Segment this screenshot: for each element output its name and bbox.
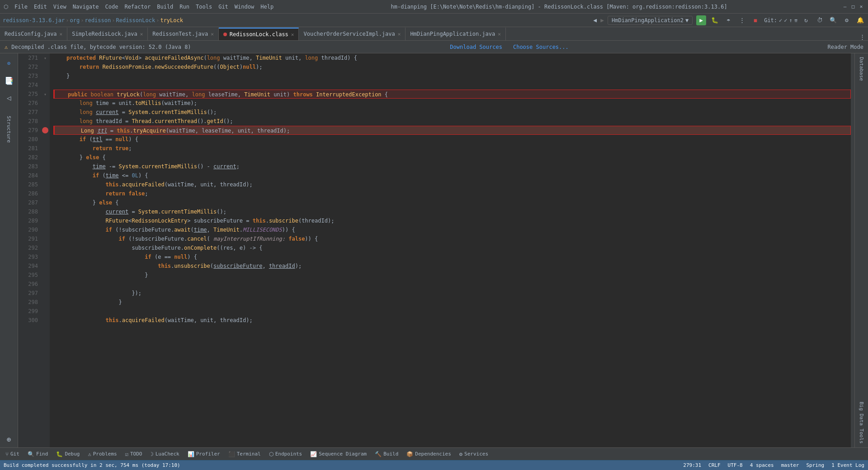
run-config-dropdown-icon[interactable]: ▼ xyxy=(685,17,689,24)
tab-close-icon[interactable]: ✕ xyxy=(60,31,63,37)
notifications-button[interactable]: 🔔 xyxy=(855,15,865,25)
tab-close-icon[interactable]: ✕ xyxy=(398,31,401,37)
gutter-cell[interactable] xyxy=(41,216,50,225)
event-log-button[interactable]: 1 Event Log xyxy=(831,462,864,468)
more-run-options[interactable]: ⋮ xyxy=(737,15,747,25)
maximize-button[interactable]: □ xyxy=(850,4,856,10)
gutter-cell[interactable] xyxy=(41,108,50,117)
gutter-cell[interactable] xyxy=(41,225,50,234)
sidebar-structure[interactable]: Structure xyxy=(1,111,17,147)
tab-simpleredislock[interactable]: SimpleRedisLock.java ✕ xyxy=(67,28,148,40)
gutter-cell[interactable] xyxy=(41,243,50,252)
right-sidebar-database[interactable]: Database xyxy=(858,55,865,83)
gutter-cell[interactable]: ▾ xyxy=(41,53,50,62)
scrollbar-vertical[interactable] xyxy=(851,53,854,447)
gutter-cell[interactable] xyxy=(41,117,50,126)
bottom-todo-button[interactable]: ☑ TODO xyxy=(122,449,146,460)
menu-navigate[interactable]: Navigate xyxy=(70,3,102,11)
tab-redissonlock[interactable]: RedissonLock.class ✕ xyxy=(219,28,299,40)
download-sources-button[interactable]: Download Sources xyxy=(450,44,502,50)
gutter-cell[interactable] xyxy=(41,280,50,289)
gutter-cell[interactable] xyxy=(41,252,50,261)
menu-view[interactable]: View xyxy=(51,3,69,11)
fold-button[interactable]: ▾ xyxy=(44,56,47,61)
gutter-cell[interactable] xyxy=(41,298,50,307)
reader-mode-button[interactable]: Reader Mode xyxy=(828,44,863,50)
sidebar-pull[interactable]: ◁ xyxy=(1,90,17,106)
git-branch[interactable]: master xyxy=(781,462,799,468)
menu-bar[interactable]: File Edit View Navigate Code Refactor Bu… xyxy=(12,3,276,11)
gutter-cell[interactable] xyxy=(41,153,50,162)
gutter-cell[interactable] xyxy=(41,126,50,135)
fold-button[interactable]: ▾ xyxy=(44,92,47,97)
tab-close-icon[interactable]: ✕ xyxy=(291,32,294,38)
bottom-build-button[interactable]: 🔨 Build xyxy=(371,449,402,460)
gutter-cell[interactable] xyxy=(41,99,50,108)
bottom-terminal-button[interactable]: ⬛ Terminal xyxy=(225,449,264,460)
bottom-problems-button[interactable]: ⚠ Problems xyxy=(85,449,121,460)
gutter-cell[interactable] xyxy=(41,71,50,81)
bottom-debug-button[interactable]: 🐛 Debug xyxy=(52,449,83,460)
choose-sources-button[interactable]: Choose Sources... xyxy=(513,44,569,50)
gutter-cell[interactable] xyxy=(41,289,50,298)
menu-tools[interactable]: Tools xyxy=(193,3,215,11)
close-button[interactable]: ✕ xyxy=(858,4,864,10)
menu-git[interactable]: Git xyxy=(216,3,231,11)
tab-redisconfig[interactable]: RedisConfig.java ✕ xyxy=(0,28,67,40)
refresh-button[interactable]: ↻ xyxy=(801,15,811,25)
git-check-icon[interactable]: ✓ xyxy=(779,17,782,24)
tab-close-icon[interactable]: ✕ xyxy=(211,31,214,37)
line-endings[interactable]: CRLF xyxy=(708,462,721,468)
gutter-cell[interactable] xyxy=(41,81,50,90)
spring-indicator[interactable]: Spring xyxy=(806,462,824,468)
bottom-endpoints-button[interactable]: ⬡ Endpoints xyxy=(265,449,306,460)
tab-more-button[interactable]: ⋮ xyxy=(857,33,868,40)
stop-button[interactable]: ◼ xyxy=(750,15,760,25)
gutter-cell[interactable] xyxy=(41,135,50,144)
menu-help[interactable]: Help xyxy=(258,3,276,11)
gutter-cell[interactable]: ▾ xyxy=(41,90,50,99)
bottom-luacheck-button[interactable]: ☽ LuaCheck xyxy=(146,449,183,460)
run-config-selector[interactable]: HmDianPingApplication2 ▼ xyxy=(608,16,693,25)
gutter-cell[interactable] xyxy=(41,171,50,180)
tab-hmdianping[interactable]: HmDianPingApplication.java ✕ xyxy=(406,28,505,40)
minimize-button[interactable]: — xyxy=(842,4,848,10)
gutter-cell[interactable] xyxy=(41,144,50,153)
search-everywhere-button[interactable]: 🔍 xyxy=(828,15,838,25)
bottom-dependencies-button[interactable]: 📦 Dependencies xyxy=(403,449,454,460)
menu-run[interactable]: Run xyxy=(177,3,192,11)
forward-icon[interactable]: ▶ xyxy=(600,17,604,24)
gutter-cell[interactable] xyxy=(41,198,50,207)
menu-refactor[interactable]: Refactor xyxy=(122,3,153,11)
gutter-cell[interactable] xyxy=(41,207,50,216)
bottom-profiler-button[interactable]: 📊 Profiler xyxy=(184,449,224,460)
sidebar-icon-bookmark[interactable]: 📑 xyxy=(1,72,17,89)
git-update-icon[interactable]: ↑ xyxy=(789,17,793,24)
right-sidebar-bigdata[interactable]: Big Data Tools xyxy=(858,400,865,446)
gutter-cell[interactable] xyxy=(41,162,50,171)
menu-window[interactable]: Window xyxy=(232,3,257,11)
menu-edit[interactable]: Edit xyxy=(31,3,50,11)
bottom-sequence-button[interactable]: 📈 Sequence Diagram xyxy=(307,449,370,460)
gutter-cell[interactable] xyxy=(41,307,50,316)
gutter-cell[interactable] xyxy=(41,271,50,280)
gutter-cell[interactable] xyxy=(41,62,50,71)
menu-file[interactable]: File xyxy=(12,3,30,11)
gutter-cell[interactable] xyxy=(41,180,50,189)
back-icon[interactable]: ◀ xyxy=(593,17,597,24)
tab-voucherorder[interactable]: VoucherOrderServiceImpl.java ✕ xyxy=(299,28,406,40)
bottom-find-button[interactable]: 🔍 Find xyxy=(24,449,52,460)
indent-info[interactable]: 4 spaces xyxy=(750,462,774,468)
gutter-cell[interactable] xyxy=(41,316,50,325)
tab-close-icon[interactable]: ✕ xyxy=(140,31,143,37)
menu-build[interactable]: Build xyxy=(154,3,176,11)
debug-run-button[interactable]: 🐛 xyxy=(710,15,720,25)
settings-button[interactable]: ⚙ xyxy=(842,15,852,25)
sidebar-icon-1[interactable]: ⊙ xyxy=(1,55,17,71)
gutter-cell[interactable] xyxy=(41,234,50,243)
gutter-cell[interactable] xyxy=(41,261,50,271)
charset-indicator[interactable]: UTF-8 xyxy=(728,462,743,468)
sidebar-bottom[interactable]: ⊕ xyxy=(1,431,17,447)
git-history-button[interactable]: ⏱ xyxy=(815,15,825,25)
git-check2-icon[interactable]: ✓ xyxy=(784,17,787,24)
